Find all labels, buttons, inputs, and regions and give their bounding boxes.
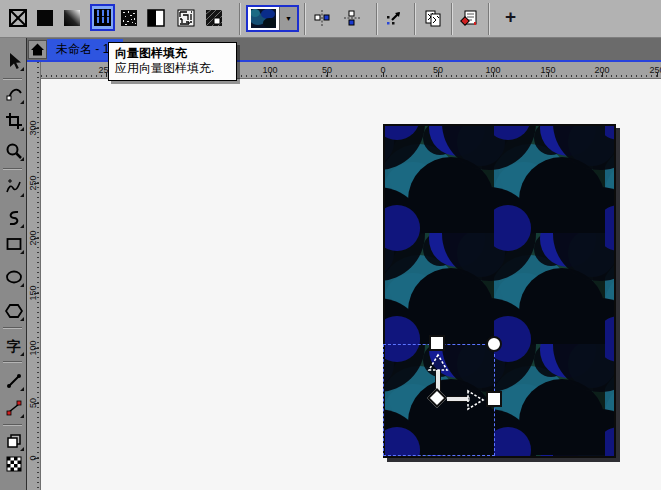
- toolbox-separator: [3, 424, 22, 425]
- edit-fill-icon: [460, 9, 478, 27]
- rectangle-tool-icon: [5, 235, 23, 253]
- fill-picker-swatch[interactable]: [248, 7, 279, 30]
- bitmap-pattern-fill-icon: [120, 9, 138, 27]
- fountain-fill-icon: [63, 9, 81, 27]
- transform-fill-with-object-button[interactable]: [385, 9, 403, 27]
- curve-tool-icon: [5, 209, 23, 227]
- crop-tool[interactable]: [3, 110, 24, 131]
- postscript-fill-button[interactable]: [205, 9, 223, 27]
- transparency-tool-icon: [5, 455, 23, 473]
- toolbar-separator: [451, 3, 452, 35]
- toolbar-separator: [239, 3, 240, 35]
- skew-right-arrow-icon[interactable]: [466, 389, 486, 411]
- no-fill-button[interactable]: [9, 9, 27, 27]
- tile-right-scale-handle[interactable]: [486, 391, 502, 407]
- document-tab-label: 未命名 - 1: [56, 42, 109, 56]
- plus-icon: +: [505, 6, 516, 27]
- mirror-vertical-icon: [343, 9, 361, 27]
- uniform-fill-button[interactable]: [36, 9, 54, 27]
- fill-picker[interactable]: ▼: [246, 5, 299, 32]
- tooltip: 向量图样填充 应用向量图样填充.: [108, 42, 237, 81]
- home-icon: [30, 42, 45, 57]
- tile-rotate-handle[interactable]: [486, 336, 502, 352]
- text-tool[interactable]: 字: [3, 335, 24, 356]
- ellipse-tool[interactable]: [3, 266, 24, 287]
- skew-up-arrow-icon[interactable]: [427, 353, 449, 373]
- vector-pattern-fill-icon: [94, 9, 111, 26]
- vertical-ruler[interactable]: 300 250 200 150 100 50 0: [27, 62, 41, 490]
- uniform-fill-icon: [36, 9, 54, 27]
- ruler-number: 250: [642, 65, 661, 75]
- no-fill-icon: [9, 9, 27, 27]
- toolbox-separator: [3, 361, 22, 362]
- toolbox-separator: [3, 78, 22, 79]
- new-fill-button[interactable]: +: [503, 10, 518, 25]
- zoom-tool[interactable]: [3, 140, 24, 161]
- two-color-pattern-fill-button[interactable]: [147, 9, 165, 27]
- pick-tool[interactable]: [3, 50, 24, 71]
- toolbox-separator: [3, 168, 22, 169]
- copy-fill-properties-button[interactable]: [424, 9, 442, 27]
- shape-tool[interactable]: [3, 83, 24, 104]
- connector-tool[interactable]: [3, 397, 24, 418]
- line-tool[interactable]: [3, 370, 24, 391]
- two-color-pattern-fill-icon: [147, 9, 165, 27]
- toolbox-separator: [3, 327, 22, 328]
- curve-tool[interactable]: [3, 207, 24, 228]
- text-tool-icon: 字: [7, 337, 21, 355]
- connector-tool-icon: [5, 399, 23, 417]
- property-bar: ▼: [0, 0, 661, 38]
- tooltip-description: 应用向量图样填充.: [115, 61, 230, 76]
- polygon-tool[interactable]: [3, 300, 24, 321]
- texture-fill-icon: [177, 9, 195, 27]
- polygon-tool-icon: [5, 302, 23, 320]
- toolbar-separator: [304, 3, 305, 35]
- edit-fill-button[interactable]: [460, 9, 478, 27]
- line-tool-icon: [5, 372, 23, 390]
- ellipse-tool-icon: [5, 268, 23, 286]
- crop-tool-icon: [5, 112, 23, 130]
- rectangle-tool[interactable]: [3, 233, 24, 254]
- chevron-down-icon: ▼: [285, 15, 292, 22]
- shape-tool-icon: [5, 85, 23, 103]
- fill-picker-dropdown-button[interactable]: ▼: [279, 7, 297, 30]
- toolbox: 字: [0, 38, 27, 490]
- mirror-tiles-vertically-button[interactable]: [343, 9, 361, 27]
- mirror-tiles-horizontally-button[interactable]: [313, 9, 331, 27]
- fountain-fill-button[interactable]: [63, 9, 81, 27]
- pick-tool-icon: [5, 52, 23, 70]
- toolbar-separator: [414, 3, 415, 35]
- zoom-tool-icon: [5, 142, 23, 160]
- copy-fill-icon: [424, 9, 442, 27]
- fill-tool[interactable]: [3, 430, 24, 451]
- transparency-tool[interactable]: [3, 453, 24, 474]
- vector-pattern-fill-button[interactable]: [90, 4, 115, 31]
- toolbar-separator: [376, 3, 377, 35]
- mirror-horizontal-icon: [313, 9, 331, 27]
- toolbar-separator: [488, 3, 489, 35]
- freehand-tool[interactable]: [3, 176, 24, 197]
- freehand-tool-icon: [5, 178, 23, 196]
- texture-fill-button[interactable]: [177, 9, 195, 27]
- postscript-fill-icon: [205, 9, 223, 27]
- tooltip-title: 向量图样填充: [115, 46, 230, 61]
- transform-arrow-icon: [385, 9, 403, 27]
- pattern-preview-thumbnail: [251, 9, 276, 28]
- tile-top-scale-handle[interactable]: [429, 335, 445, 351]
- bitmap-pattern-fill-button[interactable]: [120, 9, 138, 27]
- app-window: ▼: [0, 0, 661, 490]
- fill-tool-icon: [5, 432, 23, 450]
- home-button[interactable]: [28, 40, 47, 59]
